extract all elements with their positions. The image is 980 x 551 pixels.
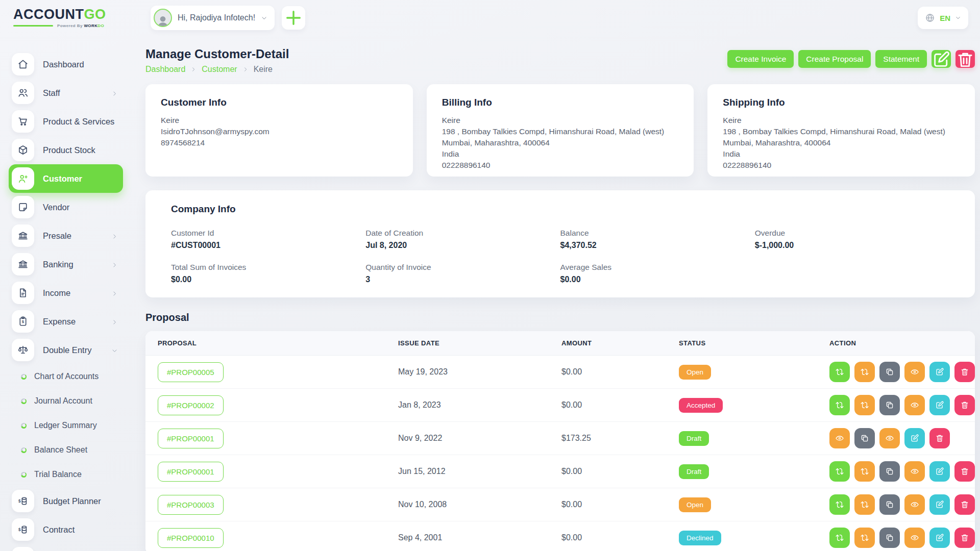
proposal-section-title: Proposal xyxy=(145,312,975,323)
create-proposal-button[interactable]: Create Proposal xyxy=(798,50,871,68)
duplicate-button[interactable] xyxy=(879,362,900,382)
issue-date-cell: Jan 8, 2023 xyxy=(398,400,561,410)
create-invoice-button[interactable]: Create Invoice xyxy=(727,50,794,68)
info-line: Mumbai, Maharashtra, 400064 xyxy=(723,137,960,148)
view-button[interactable] xyxy=(904,494,925,515)
amount-cell: $0.00 xyxy=(561,367,679,377)
logo-account: ACCOUNT xyxy=(13,7,84,22)
edit-icon xyxy=(932,50,951,69)
convert-button[interactable] xyxy=(854,494,875,515)
sidebar-item-contract[interactable]: $Contract xyxy=(9,515,123,544)
customer-info-card: Customer Info KeireIsidroTJohnson@armysp… xyxy=(145,84,413,177)
edit-button[interactable] xyxy=(929,395,950,415)
sidebar-subitem-ledger-summary[interactable]: Ledger Summary xyxy=(9,413,132,438)
view-button[interactable] xyxy=(829,428,850,448)
convert-button[interactable] xyxy=(854,362,875,382)
view-button[interactable] xyxy=(879,428,900,448)
sidebar-subitem-chart-of-accounts[interactable]: Chart of Accounts xyxy=(9,364,132,389)
sidebar-subitem-trial-balance[interactable]: Trial Balance xyxy=(9,462,132,487)
convert-button[interactable] xyxy=(854,395,875,415)
edit-button[interactable] xyxy=(904,428,925,448)
sidebar-item-budget-planner[interactable]: $Budget Planner xyxy=(9,487,123,515)
proposal-number-link[interactable]: #PROP00002 xyxy=(158,395,224,415)
language-selector[interactable]: EN xyxy=(918,7,968,29)
duplicate-button[interactable] xyxy=(879,395,900,415)
convert-button[interactable] xyxy=(829,461,850,482)
delete-button[interactable] xyxy=(929,428,950,448)
edit-button[interactable] xyxy=(929,494,950,515)
proposal-number-link[interactable]: #PROP00005 xyxy=(158,362,224,382)
convert-button[interactable] xyxy=(829,528,850,548)
view-button[interactable] xyxy=(904,461,925,482)
sidebar-item-expense[interactable]: $Expense xyxy=(9,307,123,336)
proposal-number-link[interactable]: #PROP00003 xyxy=(158,495,224,515)
table-row: #PROP00010Sep 4, 2001$0.00Declined xyxy=(145,521,975,551)
edit-button[interactable] xyxy=(929,362,950,382)
statement-button[interactable]: Statement xyxy=(875,50,927,68)
quick-add-button[interactable] xyxy=(282,6,305,30)
bank-icon xyxy=(12,253,34,276)
clipboard-dollar-icon: $ xyxy=(12,310,34,333)
chevron-right-icon xyxy=(111,90,118,96)
breadcrumb-link-customer[interactable]: Customer xyxy=(202,65,237,74)
amount-cell: $0.00 xyxy=(561,533,679,542)
file-icon xyxy=(12,282,34,304)
company-field-average-sales: Average Sales$0.00 xyxy=(560,263,755,284)
sidebar-item-staff[interactable]: Staff xyxy=(9,79,123,107)
duplicate-button[interactable] xyxy=(854,428,875,448)
convert-button[interactable] xyxy=(829,395,850,415)
sidebar-item-double-entry[interactable]: Double Entry xyxy=(9,336,123,364)
sidebar-item-dashboard[interactable]: Dashboard xyxy=(9,50,123,79)
amount-cell: $0.00 xyxy=(561,500,679,509)
page-actions: Create Invoice Create Proposal Statement xyxy=(727,50,975,68)
view-button[interactable] xyxy=(904,362,925,382)
issue-date-cell: Nov 10, 2008 xyxy=(398,500,561,509)
proposal-number-link[interactable]: #PROP00001 xyxy=(158,429,224,448)
delete-button[interactable] xyxy=(954,395,975,415)
sidebar-subitem-journal-account[interactable]: Journal Account xyxy=(9,389,132,413)
info-line: 02228896140 xyxy=(723,160,960,171)
company-field-balance: Balance$4,370.52 xyxy=(560,229,755,250)
delete-button[interactable] xyxy=(954,528,975,548)
delete-button[interactable] xyxy=(954,494,975,515)
cube-icon xyxy=(12,139,34,161)
edit-button[interactable] xyxy=(929,461,950,482)
convert-button[interactable] xyxy=(829,494,850,515)
delete-button[interactable] xyxy=(954,461,975,482)
proposal-table-header: PROPOSALISSUE DATEAMOUNTSTATUSACTION xyxy=(145,331,975,356)
sidebar-subitem-balance-sheet[interactable]: Balance Sheet xyxy=(9,438,132,462)
delete-button[interactable] xyxy=(954,362,975,382)
topbar: Hi, Rajodiya Infotech! EN xyxy=(132,0,980,36)
edit-customer-button[interactable] xyxy=(932,50,951,68)
convert-button[interactable] xyxy=(854,461,875,482)
sidebar-item-label: Double Entry xyxy=(43,345,91,355)
avatar xyxy=(154,9,172,27)
delete-customer-button[interactable] xyxy=(955,50,975,68)
breadcrumb-link-dashboard[interactable]: Dashboard xyxy=(145,65,185,74)
view-button[interactable] xyxy=(904,395,925,415)
convert-button[interactable] xyxy=(854,528,875,548)
sidebar-item-presale[interactable]: Presale xyxy=(9,221,123,250)
sidebar-item-banking[interactable]: Banking xyxy=(9,250,123,279)
sidebar-item-income[interactable]: Income xyxy=(9,279,123,307)
duplicate-button[interactable] xyxy=(879,494,900,515)
sidebar-item-customer[interactable]: Customer xyxy=(9,164,123,193)
field-label: Date of Creation xyxy=(365,229,560,238)
user-menu[interactable]: Hi, Rajodiya Infotech! xyxy=(151,6,275,30)
duplicate-button[interactable] xyxy=(879,528,900,548)
convert-button[interactable] xyxy=(829,362,850,382)
info-line: 198 , Bombay Talkies Compd, Himanshurai … xyxy=(442,126,679,137)
duplicate-button[interactable] xyxy=(879,461,900,482)
home-icon xyxy=(12,53,34,76)
sidebar-item-product-services[interactable]: Product & Services xyxy=(9,107,123,136)
edit-button[interactable] xyxy=(929,528,950,548)
language-code: EN xyxy=(940,14,950,22)
proposal-number-link[interactable]: #PROP00001 xyxy=(158,462,224,482)
view-button[interactable] xyxy=(904,528,925,548)
sidebar-item-vendor[interactable]: Vendor xyxy=(9,193,123,221)
proposal-number-link[interactable]: #PROP00010 xyxy=(158,528,224,548)
sidebar-item-item[interactable]: $ xyxy=(9,544,123,551)
copy-icon xyxy=(885,533,894,542)
field-value: $4,370.52 xyxy=(560,241,755,250)
sidebar-item-product-stock[interactable]: Product Stock xyxy=(9,136,123,164)
